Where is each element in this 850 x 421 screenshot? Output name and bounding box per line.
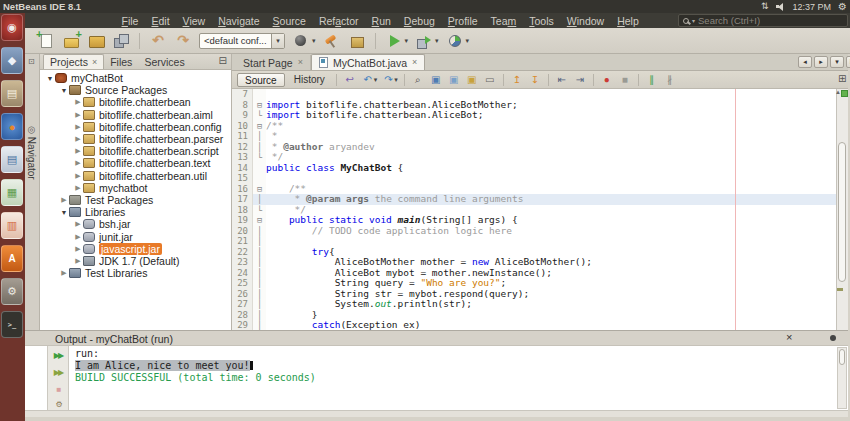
new-file-icon[interactable] (37, 32, 55, 50)
tree-item-test-packages[interactable]: ▶Test Packages (40, 194, 231, 206)
profile-dropdown-icon[interactable]: ▾ (466, 37, 470, 45)
search-dropdown-icon[interactable]: ▾ (692, 17, 695, 24)
tree-item-javascript-jar[interactable]: ▶javascript.jar (40, 243, 231, 255)
debug-icon[interactable] (415, 32, 433, 50)
launcher-libreoffice-calc-icon[interactable]: ▦ (1, 179, 23, 206)
expander-icon[interactable]: ▶ (73, 184, 83, 192)
tree-item-bitoflife-chatterbean-script[interactable]: ▶bitoflife.chatterbean.script (40, 145, 231, 157)
launcher-libreoffice-impress-icon[interactable]: ▥ (1, 212, 23, 239)
launcher-software-center-icon[interactable]: A (1, 245, 23, 272)
view-button-source[interactable]: Source (237, 73, 285, 87)
menu-edit[interactable]: Edit (145, 15, 176, 27)
expander-icon[interactable]: ▶ (73, 98, 83, 106)
fold-marker-icon[interactable]: ⊟ (253, 215, 266, 226)
session-gear-icon[interactable]: ⚙ (838, 2, 847, 12)
stop-macro-icon[interactable]: ■ (618, 73, 632, 87)
expander-icon[interactable]: ▶ (73, 159, 83, 167)
find-occurrences-icon[interactable]: ▣ (429, 73, 443, 87)
profile-icon[interactable] (446, 32, 464, 50)
float-output-icon[interactable] (830, 335, 836, 341)
open-project-icon[interactable] (87, 32, 105, 50)
expander-icon[interactable]: ▶ (73, 123, 83, 131)
launcher-ubuntu-icon[interactable]: ◉ (1, 14, 23, 41)
ant-settings-icon[interactable]: ⚙ (49, 398, 67, 411)
clean-build-icon[interactable] (323, 32, 341, 50)
tree-item-source-packages[interactable]: ▼Source Packages (40, 84, 231, 96)
tree-item-bitoflife-chatterbean-util[interactable]: ▶bitoflife.chatterbean.util (40, 170, 231, 182)
network-icon[interactable]: ⇅ (761, 2, 769, 11)
save-all-icon[interactable] (112, 32, 130, 50)
back-dropdown-icon[interactable]: ▾ (374, 76, 378, 84)
undo-icon[interactable]: ↶ (149, 32, 167, 50)
output-scrollbar-thumb[interactable] (839, 349, 845, 365)
deploy-icon[interactable] (348, 32, 366, 50)
back-icon[interactable]: ↶ (361, 73, 375, 87)
configuration-dropdown-icon[interactable]: ▾ (271, 34, 284, 48)
expander-icon[interactable]: ▼ (59, 87, 69, 94)
minimize-panel-icon[interactable]: ⊟ (219, 56, 227, 66)
scroll-right-icon[interactable]: ▸ (814, 56, 828, 68)
scroll-left-icon[interactable]: ◂ (798, 56, 812, 68)
menu-team[interactable]: Team (484, 15, 523, 27)
expander-icon[interactable]: ▶ (73, 257, 83, 265)
tree-item-junit-jar[interactable]: ▶junit.jar (40, 230, 231, 242)
launcher-system-settings-icon[interactable]: ⚙ (1, 278, 23, 305)
expander-icon[interactable]: ▶ (73, 233, 83, 241)
code-editor[interactable]: 78⊟import bitoflife.chatterbean.AliceBot… (232, 89, 836, 330)
view-button-history[interactable]: History (289, 74, 330, 85)
rerun-icon[interactable]: ▶▶ (49, 349, 67, 362)
quick-search-box[interactable]: ▾ Search (Ctrl+I) (678, 14, 848, 27)
stop-build-icon[interactable]: ■ (49, 383, 67, 396)
rerun-with-params-icon[interactable]: ▶▶ (49, 366, 67, 379)
close-output-icon[interactable]: × (786, 331, 792, 343)
comment-icon[interactable]: ∥ (645, 73, 659, 87)
expander-icon[interactable]: ▶ (59, 196, 69, 204)
expander-icon[interactable]: ▶ (59, 269, 69, 277)
fold-marker-icon[interactable]: ⊟ (253, 100, 266, 111)
fold-marker-icon[interactable]: ⊟ (253, 121, 266, 132)
redo-icon[interactable]: ↷ (174, 32, 192, 50)
expander-icon[interactable]: ▶ (73, 220, 83, 228)
toggle-highlight-icon[interactable]: ▣ (465, 73, 479, 87)
menu-debug[interactable]: Debug (397, 15, 441, 27)
find-previous-occurrence-icon[interactable]: ▣ (447, 73, 461, 87)
menu-source[interactable]: Source (266, 15, 312, 27)
fold-marker-icon[interactable]: ⊟ (253, 184, 266, 195)
debug-dropdown-icon[interactable]: ▾ (435, 37, 439, 45)
tab-files[interactable]: Files (104, 55, 138, 69)
search-input[interactable]: Search (Ctrl+I) (698, 15, 760, 26)
tab-services[interactable]: Services (138, 55, 190, 69)
tree-item-bitoflife-chatterbean-aiml[interactable]: ▶bitoflife.chatterbean.aiml (40, 109, 231, 121)
expander-icon[interactable]: ▶ (73, 147, 83, 155)
tree-item-bitoflife-chatterbean[interactable]: ▶bitoflife.chatterbean (40, 96, 231, 108)
split-document-icon[interactable]: ⊞ (838, 73, 846, 84)
tree-item-mychatbot[interactable]: ▼myChatBot (40, 72, 231, 84)
run-dropdown-icon[interactable]: ▾ (405, 37, 409, 45)
tree-item-bitoflife-chatterbean-parser[interactable]: ▶bitoflife.chatterbean.parser (40, 133, 231, 145)
launcher-files-icon[interactable]: ▤ (1, 80, 23, 107)
menu-window[interactable]: Window (560, 15, 610, 27)
volume-icon[interactable] (776, 2, 786, 11)
launcher-terminal-icon[interactable]: >_ (1, 311, 23, 338)
rectangular-selection-icon[interactable]: ▭ (483, 73, 497, 87)
tree-item-mychatbot[interactable]: ▶mychatbot (40, 182, 231, 194)
expander-icon[interactable]: ▶ (73, 135, 83, 143)
shift-line-right-icon[interactable]: ⇥ (573, 73, 587, 87)
editor-tab-mychatbot-java[interactable]: MyChatBot.java× (311, 54, 425, 70)
run-icon[interactable] (385, 32, 403, 50)
navigator-tab[interactable]: ◎ Navigator (25, 126, 39, 192)
tab-projects[interactable]: Projects× (43, 54, 104, 69)
new-project-icon[interactable] (62, 32, 80, 50)
launcher-libreoffice-writer-icon[interactable]: ▤ (1, 146, 23, 173)
build-dropdown-icon[interactable]: ▾ (312, 37, 316, 45)
close-tab-icon[interactable]: × (298, 58, 303, 67)
last-edited-icon[interactable]: ↩ (343, 73, 357, 87)
menu-view[interactable]: View (176, 15, 212, 27)
tree-item-jdk-1-7-default-[interactable]: ▶JDK 1.7 (Default) (40, 255, 231, 267)
configuration-select[interactable]: <default conf...▾ (199, 33, 285, 49)
menu-tools[interactable]: Tools (523, 15, 561, 27)
menu-navigate[interactable]: Navigate (212, 15, 266, 27)
tree-item-bitoflife-chatterbean-text[interactable]: ▶bitoflife.chatterbean.text (40, 157, 231, 169)
menu-profile[interactable]: Profile (441, 15, 484, 27)
tree-item-bitoflife-chatterbean-config[interactable]: ▶bitoflife.chatterbean.config (40, 121, 231, 133)
